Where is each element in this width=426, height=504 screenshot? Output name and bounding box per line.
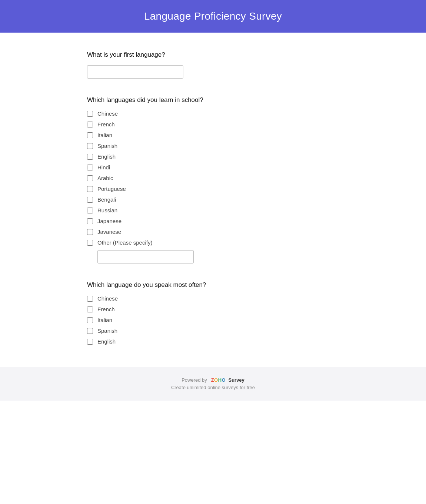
main-content: What is your first language? Which langu… xyxy=(65,33,361,345)
page-footer: Powered by ZOHO Survey Create unlimited … xyxy=(0,367,426,401)
list-item: Portuguese xyxy=(87,186,339,192)
list-item: French xyxy=(87,306,339,312)
list-item: Bengali xyxy=(87,196,339,203)
question-1-label: What is your first language? xyxy=(87,51,339,59)
list-item: English xyxy=(87,153,339,160)
checkbox-label: Other (Please specify) xyxy=(97,239,152,246)
list-item: Arabic xyxy=(87,175,339,181)
checkbox-spanish-spoken[interactable] xyxy=(87,328,93,334)
checkbox-label: Chinese xyxy=(97,295,118,302)
checkbox-japanese-school[interactable] xyxy=(87,218,93,224)
checkbox-javanese-school[interactable] xyxy=(87,229,93,235)
first-language-input[interactable] xyxy=(87,65,183,79)
checkbox-label: Japanese xyxy=(97,218,122,224)
page-title: Language Proficiency Survey xyxy=(7,10,419,22)
question-3-label: Which language do you speak most often? xyxy=(87,281,339,289)
question-1-section: What is your first language? xyxy=(87,51,339,79)
page-header: Language Proficiency Survey xyxy=(0,0,426,33)
checkbox-spanish-school[interactable] xyxy=(87,143,93,149)
zoho-z: Z xyxy=(211,377,214,383)
checkbox-chinese-spoken[interactable] xyxy=(87,296,93,302)
checkbox-french-school[interactable] xyxy=(87,122,93,127)
school-languages-list: Chinese French Italian Spanish English H… xyxy=(87,110,339,246)
zoho-o2: O xyxy=(222,377,226,383)
other-language-input[interactable] xyxy=(97,250,194,263)
checkbox-label: French xyxy=(97,121,115,127)
list-item: Japanese xyxy=(87,218,339,224)
footer-powered-text: Powered by ZOHO Survey xyxy=(7,377,419,383)
list-item: Russian xyxy=(87,207,339,213)
checkbox-italian-school[interactable] xyxy=(87,132,93,138)
checkbox-label: Javanese xyxy=(97,229,121,235)
checkbox-label: Hindi xyxy=(97,164,110,170)
list-item: Chinese xyxy=(87,110,339,117)
checkbox-french-spoken[interactable] xyxy=(87,306,93,312)
list-item: Hindi xyxy=(87,164,339,170)
list-item: English xyxy=(87,338,339,345)
list-item: Chinese xyxy=(87,295,339,302)
checkbox-label: Bengali xyxy=(97,196,116,203)
checkbox-label: English xyxy=(97,338,116,345)
question-2-section: Which languages did you learn in school?… xyxy=(87,96,339,263)
checkbox-label: Portuguese xyxy=(97,186,126,192)
survey-label: Survey xyxy=(228,377,244,383)
checkbox-english-school[interactable] xyxy=(87,154,93,160)
list-item: French xyxy=(87,121,339,127)
checkbox-russian-school[interactable] xyxy=(87,208,93,213)
list-item: Italian xyxy=(87,317,339,323)
list-item: Javanese xyxy=(87,229,339,235)
checkbox-label: Arabic xyxy=(97,175,113,181)
checkbox-hindi-school[interactable] xyxy=(87,165,93,170)
footer-tagline: Create unlimited online surveys for free xyxy=(7,385,419,390)
checkbox-label: Italian xyxy=(97,132,112,138)
checkbox-portuguese-school[interactable] xyxy=(87,186,93,192)
checkbox-label: Chinese xyxy=(97,110,118,117)
checkbox-label: French xyxy=(97,306,115,312)
zoho-h: H xyxy=(218,377,222,383)
spoken-languages-list: Chinese French Italian Spanish English xyxy=(87,295,339,345)
list-item: Italian xyxy=(87,132,339,138)
question-3-section: Which language do you speak most often? … xyxy=(87,281,339,345)
checkbox-other-school[interactable] xyxy=(87,240,93,246)
checkbox-bengali-school[interactable] xyxy=(87,197,93,203)
checkbox-label: Italian xyxy=(97,317,112,323)
question-2-label: Which languages did you learn in school? xyxy=(87,96,339,104)
checkbox-label: Russian xyxy=(97,207,117,213)
checkbox-arabic-school[interactable] xyxy=(87,175,93,181)
checkbox-label: English xyxy=(97,153,116,160)
checkbox-label: Spanish xyxy=(97,328,117,334)
checkbox-english-spoken[interactable] xyxy=(87,339,93,345)
checkbox-label: Spanish xyxy=(97,143,117,149)
zoho-logo: ZOHO xyxy=(211,377,226,383)
checkbox-italian-spoken[interactable] xyxy=(87,317,93,323)
list-item: Spanish xyxy=(87,143,339,149)
zoho-o1: O xyxy=(214,377,218,383)
checkbox-chinese-school[interactable] xyxy=(87,111,93,117)
list-item: Other (Please specify) xyxy=(87,239,339,246)
list-item: Spanish xyxy=(87,328,339,334)
powered-by-label: Powered by xyxy=(182,377,207,383)
